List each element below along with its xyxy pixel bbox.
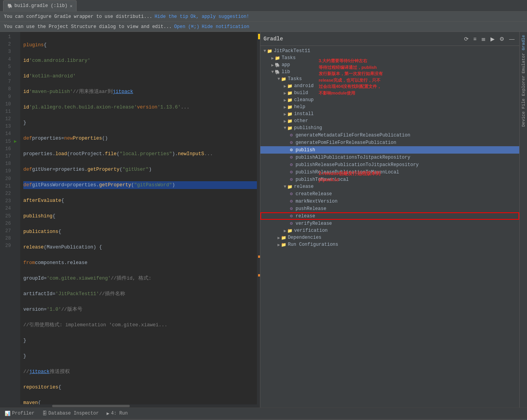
notification-text-2: You can use the Project Structure dialog… [4, 24, 172, 30]
gradle-collapse-btn[interactable]: ≣ [480, 35, 487, 43]
task-gear-verify-release: ⚙ [290, 220, 293, 226]
task-gear-publish: ⚙ [290, 147, 293, 153]
database-inspector-label: Database Inspector [49, 411, 99, 416]
code-line-4: id 'maven-publish'//用来推送aar到jitpack [23, 88, 257, 96]
project-icon-jitpacktest11: 📁 [267, 49, 272, 54]
code-line-24: maven { [23, 399, 257, 404]
run-tab[interactable]: ▶ 4: Run [103, 410, 131, 417]
gradle-header: Gradle ⟳ ≡ ≣ ▶ ⚙ — [260, 32, 519, 46]
tree-arrow-android: ▶ [284, 84, 286, 89]
tree-label-push-release: pushRelease [295, 206, 326, 212]
folder-icon-build: 📁 [287, 91, 293, 96]
folder-icon-lib-tasks: 📁 [281, 77, 286, 82]
tree-item-lib-tasks[interactable]: ▼ 📁 Tasks [260, 75, 519, 82]
tab-label: build.gradle (:lib) [14, 3, 68, 9]
hide-notification-link[interactable]: Hide notification [202, 24, 249, 30]
code-line-1: plugins { [23, 41, 257, 49]
sidebar-emulator[interactable]: Emulator [521, 53, 526, 74]
task-gear-mark-next: ⚙ [290, 198, 293, 204]
sidebar-device-file[interactable]: Device File Explorer [521, 75, 526, 127]
tree-item-publish[interactable]: ⚙ publish [260, 146, 519, 154]
tree-item-create-release[interactable]: ⚙ createRelease [260, 190, 519, 198]
code-line-12: publishing { [23, 212, 257, 220]
tree-item-release-task[interactable]: ⚙ release [260, 212, 519, 220]
tree-item-gen-pom[interactable]: ⚙ generatePomFileForReleasePublication [260, 139, 519, 146]
tree-item-publish-release-local[interactable]: ⚙ publishReleasePublicationToMavenLocal [260, 168, 519, 176]
tree-item-install[interactable]: ▶ 📁 install [260, 110, 519, 117]
tree-label-release-task: release [295, 214, 315, 219]
tree-item-verification[interactable]: ▶ 📁 verification [260, 227, 519, 234]
editor-panel: 12345 678910 1112131415 1617181920 21222… [0, 32, 260, 408]
tree-arrow-release-folder: ▼ [284, 184, 286, 189]
gradle-sync-btn[interactable]: ⟳ [462, 35, 470, 43]
editor-hscrollbar[interactable] [0, 404, 260, 408]
code-line-9: def gitUser = properties.getProperty("gi… [23, 166, 257, 173]
task-gear-push-release: ⚙ [290, 206, 293, 212]
code-content[interactable]: plugins { id 'com.android.library' id 'k… [20, 32, 260, 404]
folder-icon-help: 📁 [287, 105, 293, 110]
hide-tip-link[interactable]: Hide the tip [155, 14, 188, 19]
tree-item-other[interactable]: ▶ 📁 other [260, 117, 519, 124]
gradle-close-btn[interactable]: — [508, 35, 516, 43]
code-line-5: id 'pl.allegro.tech.build.axion-release'… [23, 103, 257, 111]
gradle-panel-title: Gradle [264, 36, 283, 42]
notification-bar-1: You can configure Gradle wrapper to use … [0, 12, 527, 22]
code-line-14: release(MavenPublication) { [23, 243, 257, 251]
tree-item-tasks-root[interactable]: ▶ 📁 Tasks [260, 54, 519, 61]
tree-item-gen-meta[interactable]: ⚙ generateMetadataFileForReleasePublicat… [260, 131, 519, 139]
tab-close-icon[interactable]: ✕ [70, 4, 73, 9]
build-gradle-tab[interactable]: 🐘 build.gradle (:lib) ✕ [3, 0, 77, 11]
tree-label-jitpacktest11: JitPackTest11 [274, 48, 311, 54]
tree-item-publish-release[interactable]: ⚙ publishReleasePublicationToJitpackRepo… [260, 161, 519, 168]
tree-item-dependencies[interactable]: ▶ 📁 Dependencies [260, 234, 519, 241]
open-structure-link[interactable]: Open (⌘;) [174, 24, 199, 30]
gradle-settings-btn[interactable]: ⚙ [498, 35, 506, 43]
tree-arrow-help: ▶ [284, 105, 286, 110]
code-area[interactable]: 12345 678910 1112131415 1617181920 21222… [0, 32, 260, 404]
tree-item-publishing[interactable]: ▼ 📁 publishing [260, 124, 519, 131]
tree-item-push-release[interactable]: ⚙ pushRelease [260, 205, 519, 212]
gradle-panel: Gradle ⟳ ≡ ≣ ▶ ⚙ — ▼ 📁 JitPackTest11 ▶ 📁… [260, 32, 519, 408]
tree-item-build[interactable]: ▶ 📁 build [260, 89, 519, 96]
tree-arrow-app: ▶ [271, 63, 274, 68]
folder-icon-release: 📁 [287, 184, 293, 189]
folder-icon-android: 📁 [287, 84, 293, 89]
gradle-execute-btn[interactable]: ▶ [489, 35, 496, 43]
profiler-tab[interactable]: 📊 Profiler [2, 410, 38, 417]
tree-item-android[interactable]: ▶ 📁 android [260, 82, 519, 89]
editor-scrollbar[interactable] [257, 32, 260, 404]
code-line-21: } [23, 352, 257, 360]
line-numbers: 12345 678910 1112131415 1617181920 21222… [0, 32, 14, 404]
tree-label-cleanup: cleanup [294, 97, 314, 103]
tree-item-publish-local[interactable]: ⚙ publishToMavenLocal [260, 176, 519, 183]
tree-item-help[interactable]: ▶ 📁 help [260, 103, 519, 110]
sidebar-gradle[interactable]: Gradle [521, 35, 526, 51]
editor-tab-bar: 🐘 build.gradle (:lib) ✕ [0, 0, 527, 12]
code-line-17: artifactId = 'JitPackTest11'//插件名称 [23, 290, 257, 298]
tree-item-app[interactable]: ▶ 🐘 app [260, 61, 519, 68]
code-line-22: //jitpack推送授权 [23, 368, 257, 376]
apply-suggestion-link[interactable]: Ok, apply suggestion! [190, 14, 249, 19]
tree-arrow-run-configs: ▶ [277, 242, 280, 247]
tree-item-lib[interactable]: ▼ 🐘 lib [260, 68, 519, 75]
database-inspector-tab[interactable]: 🗄 Database Inspector [39, 410, 102, 417]
tree-item-verify-release[interactable]: ⚙ verifyRelease [260, 220, 519, 227]
run-label: 4: Run [111, 411, 127, 416]
scroll-marker-orange [258, 256, 260, 258]
tree-item-jitpacktest11[interactable]: ▼ 📁 JitPackTest11 [260, 47, 519, 54]
tree-label-publish-local: publishToMavenLocal [295, 177, 349, 182]
gradle-expand-btn[interactable]: ≡ [472, 35, 478, 43]
project-icon-lib: 🐘 [275, 70, 280, 75]
folder-icon-run-configs: 📁 [281, 242, 286, 247]
project-icon-app: 🐘 [275, 63, 280, 68]
code-line-7: def properties = new Properties() [23, 135, 257, 142]
tree-label-dependencies: Dependencies [288, 235, 321, 240]
tree-item-mark-next[interactable]: ⚙ markNextVersion [260, 198, 519, 205]
task-gear-gen-meta: ⚙ [290, 132, 293, 138]
tree-item-publish-all[interactable]: ⚙ publishAllPublicationsToJitpackReposit… [260, 154, 519, 161]
tree-item-release-folder[interactable]: ▼ 📁 release [260, 183, 519, 190]
tree-label-gen-meta: generateMetadataFileForReleasePublicatio… [295, 133, 410, 138]
tree-item-cleanup[interactable]: ▶ 📁 cleanup [260, 96, 519, 103]
gradle-tree[interactable]: ▼ 📁 JitPackTest11 ▶ 📁 Tasks ▶ 🐘 app ▼ 🐘 … [260, 46, 519, 408]
tree-item-run-configs[interactable]: ▶ 📁 Run Configurations [260, 241, 519, 248]
